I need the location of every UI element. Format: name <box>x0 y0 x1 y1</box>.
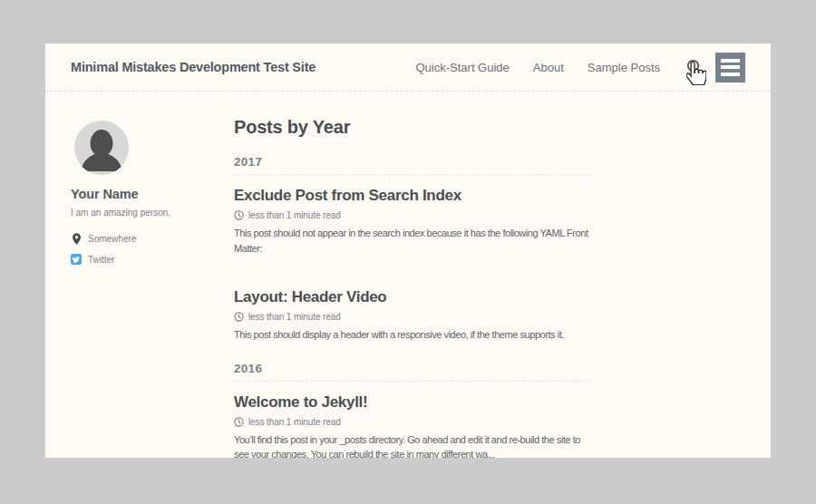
masthead: Minimal Mistakes Development Test Site Q… <box>45 44 771 92</box>
clock-icon <box>234 210 244 220</box>
location-pin-icon <box>71 233 82 245</box>
twitter-icon <box>71 254 82 265</box>
author-sidebar: Your Name I am an amazing person. Somewh… <box>71 92 234 458</box>
post-item: Layout: Header Video less than 1 minute … <box>234 288 589 343</box>
author-link-label: Somewhere <box>88 234 136 244</box>
clock-icon <box>234 417 244 427</box>
year-section-2017: 2017 Exclude Post from Search Index less… <box>234 155 589 343</box>
person-silhouette-icon <box>74 121 129 175</box>
hamburger-icon <box>721 59 740 63</box>
clock-icon <box>234 312 244 322</box>
magnifier-icon <box>686 59 703 75</box>
primary-nav: Quick-Start Guide About Sample Posts <box>392 53 745 82</box>
post-excerpt: This post should display a header with a… <box>234 327 589 343</box>
author-avatar <box>74 121 129 175</box>
hamburger-menu-button[interactable] <box>715 53 745 82</box>
read-time: less than 1 minute read <box>248 417 341 427</box>
author-link-label: Twitter <box>88 255 114 265</box>
post-excerpt: This post should not appear in the searc… <box>234 226 589 256</box>
archive-main: Posts by Year 2017 Exclude Post from Sea… <box>234 92 589 458</box>
author-link-twitter[interactable]: Twitter <box>71 254 234 265</box>
post-item: Exclude Post from Search Index less than… <box>234 187 589 256</box>
post-item: Welcome to Jekyll! less than 1 minute re… <box>234 393 589 459</box>
year-section-2016: 2016 Welcome to Jekyll! less than 1 minu… <box>234 362 589 459</box>
nav-item-quick-start-guide[interactable]: Quick-Start Guide <box>415 61 509 74</box>
site-title-link[interactable]: Minimal Mistakes Development Test Site <box>71 60 316 74</box>
post-title-link[interactable]: Layout: Header Video <box>234 288 589 306</box>
page-body: Your Name I am an amazing person. Somewh… <box>45 92 771 458</box>
nav-item-sample-posts[interactable]: Sample Posts <box>588 61 660 74</box>
year-heading: 2017 <box>234 155 589 175</box>
search-button[interactable] <box>686 59 703 75</box>
year-heading: 2016 <box>234 362 589 382</box>
author-name: Your Name <box>71 187 234 201</box>
author-bio: I am an amazing person. <box>71 208 234 218</box>
page-card: Minimal Mistakes Development Test Site Q… <box>45 44 771 458</box>
author-links: Somewhere Twitter <box>71 233 234 265</box>
nav-item-about[interactable]: About <box>533 61 564 74</box>
post-title-link[interactable]: Exclude Post from Search Index <box>234 187 589 205</box>
read-time: less than 1 minute read <box>248 210 341 220</box>
post-meta: less than 1 minute read <box>234 417 589 427</box>
author-link-location[interactable]: Somewhere <box>71 233 234 245</box>
post-meta: less than 1 minute read <box>234 312 589 322</box>
post-title-link[interactable]: Welcome to Jekyll! <box>234 393 589 412</box>
page-title: Posts by Year <box>234 117 589 138</box>
read-time: less than 1 minute read <box>248 312 341 322</box>
post-excerpt: You’ll find this post in your _posts dir… <box>234 432 589 459</box>
post-meta: less than 1 minute read <box>234 210 589 220</box>
